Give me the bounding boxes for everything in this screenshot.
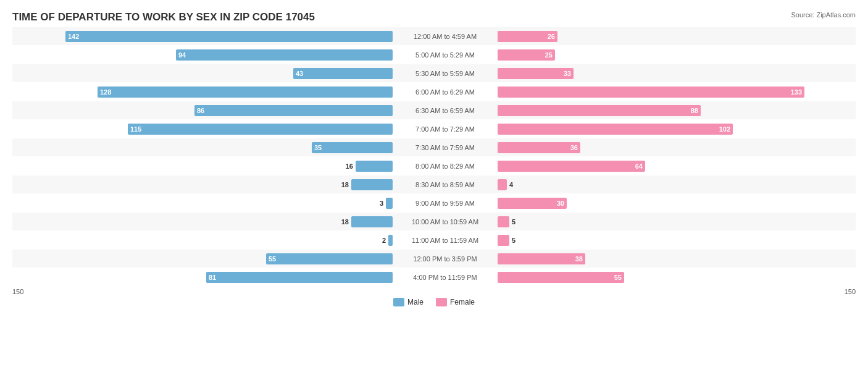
male-bar: [351, 179, 393, 190]
male-value-label: 94: [176, 51, 188, 59]
left-bar-wrap: 2: [12, 235, 393, 246]
female-value-label: 133: [788, 88, 804, 96]
time-label: 6:30 AM to 6:59 AM: [393, 107, 498, 114]
male-bar: 128: [98, 86, 393, 98]
left-bar-wrap: 128: [12, 86, 393, 98]
chart-row: 5512:00 PM to 3:59 PM38: [12, 250, 856, 268]
male-bar: 35: [312, 142, 393, 153]
axis-left-label: 150: [12, 288, 23, 295]
right-bar-wrap: 5: [498, 216, 856, 227]
male-bar: 86: [194, 105, 393, 116]
time-label: 7:30 AM to 7:59 AM: [393, 144, 498, 151]
chart-container: TIME OF DEPARTURE TO WORK BY SEX IN ZIP …: [0, 0, 868, 367]
legend-female-box: [436, 298, 447, 306]
male-bar: [388, 235, 393, 246]
axis-right-label: 150: [845, 288, 856, 295]
chart-rows-container: 14212:00 AM to 4:59 AM26945:00 AM to 5:2…: [12, 27, 856, 295]
left-bar-wrap: 3: [12, 198, 393, 209]
male-bar: 55: [266, 253, 393, 264]
chart-row: 945:00 AM to 5:29 AM25: [12, 46, 856, 64]
female-bar: [498, 179, 507, 190]
left-bar-wrap: 115: [12, 124, 393, 135]
chart-row: 39:00 AM to 9:59 AM30: [12, 194, 856, 212]
chart-row: 1157:00 AM to 7:29 AM102: [12, 120, 856, 138]
female-value-label: 33: [561, 70, 574, 77]
time-label: 7:00 AM to 7:29 AM: [393, 125, 498, 133]
female-value-label: 5: [512, 218, 515, 226]
source-text: Source: ZipAtlas.com: [791, 11, 856, 19]
male-value-label: 55: [266, 255, 278, 263]
right-bar-wrap: 30: [498, 198, 856, 209]
chart-row: 435:30 AM to 5:59 AM33: [12, 64, 856, 82]
male-bar: 43: [293, 68, 393, 79]
axis-row: 150150: [12, 287, 856, 295]
left-bar-wrap: 18: [12, 179, 393, 190]
chart-row: 211:00 AM to 11:59 AM5: [12, 231, 856, 249]
time-label: 5:30 AM to 5:59 AM: [393, 70, 498, 77]
female-bar: 26: [498, 31, 557, 42]
male-value-label: 3: [380, 200, 383, 207]
left-bar-wrap: 35: [12, 142, 393, 153]
male-bar: 142: [65, 31, 393, 42]
time-label: 8:00 AM to 8:29 AM: [393, 162, 498, 170]
female-value-label: 64: [633, 162, 645, 170]
time-label: 5:00 AM to 5:29 AM: [393, 51, 498, 59]
left-bar-wrap: 86: [12, 105, 393, 116]
time-label: 9:00 AM to 9:59 AM: [393, 200, 498, 207]
male-value-label: 81: [206, 274, 219, 281]
right-bar-wrap: 26: [498, 31, 856, 42]
chart-row: 866:30 AM to 6:59 AM88: [12, 101, 856, 119]
legend-female: Female: [436, 298, 475, 306]
left-bar-wrap: 142: [12, 31, 393, 42]
female-bar: [498, 216, 509, 227]
chart-row: 168:00 AM to 8:29 AM64: [12, 157, 856, 175]
male-value-label: 35: [312, 144, 324, 151]
female-bar: 88: [498, 105, 701, 116]
time-label: 12:00 AM to 4:59 AM: [393, 33, 498, 40]
chart-title: TIME OF DEPARTURE TO WORK BY SEX IN ZIP …: [12, 11, 856, 23]
right-bar-wrap: 33: [498, 68, 856, 79]
female-bar: 33: [498, 68, 574, 79]
female-value-label: 4: [509, 181, 513, 188]
left-bar-wrap: 94: [12, 49, 393, 61]
male-value-label: 128: [98, 88, 114, 96]
time-label: 11:00 AM to 11:59 AM: [393, 237, 498, 244]
legend-male-label: Male: [407, 298, 424, 306]
female-value-label: 26: [545, 33, 557, 40]
female-value-label: 5: [512, 237, 515, 244]
female-value-label: 38: [573, 255, 585, 263]
female-bar: 38: [498, 253, 585, 264]
male-bar: 81: [206, 272, 393, 283]
male-bar: 115: [128, 124, 393, 135]
legend-male-box: [393, 298, 404, 306]
male-value-label: 18: [341, 181, 349, 188]
chart-row: 1810:00 AM to 10:59 AM5: [12, 213, 856, 230]
male-value-label: 16: [346, 162, 353, 170]
female-value-label: 55: [612, 274, 624, 281]
female-bar: 133: [498, 86, 804, 98]
right-bar-wrap: 38: [498, 253, 856, 264]
chart-row: 188:30 AM to 8:59 AM4: [12, 175, 856, 193]
female-value-label: 25: [543, 51, 555, 59]
right-bar-wrap: 5: [498, 235, 856, 246]
right-bar-wrap: 88: [498, 105, 856, 116]
time-label: 8:30 AM to 8:59 AM: [393, 181, 498, 188]
female-bar: 102: [498, 124, 733, 135]
female-value-label: 30: [554, 200, 567, 207]
female-bar: 36: [498, 142, 580, 153]
male-value-label: 86: [194, 107, 207, 114]
right-bar-wrap: 25: [498, 49, 856, 61]
male-bar: [356, 161, 393, 172]
right-bar-wrap: 133: [498, 86, 856, 98]
left-bar-wrap: 43: [12, 68, 393, 79]
chart-row: 814:00 PM to 11:59 PM55: [12, 268, 856, 286]
female-bar: 64: [498, 161, 645, 172]
right-bar-wrap: 55: [498, 272, 856, 283]
female-value-label: 88: [688, 107, 701, 114]
chart-row: 357:30 AM to 7:59 AM36: [12, 138, 856, 156]
male-value-label: 142: [65, 33, 81, 40]
right-bar-wrap: 102: [498, 124, 856, 135]
male-bar: [386, 198, 393, 209]
female-bar: 55: [498, 272, 624, 283]
legend-male: Male: [393, 298, 424, 306]
